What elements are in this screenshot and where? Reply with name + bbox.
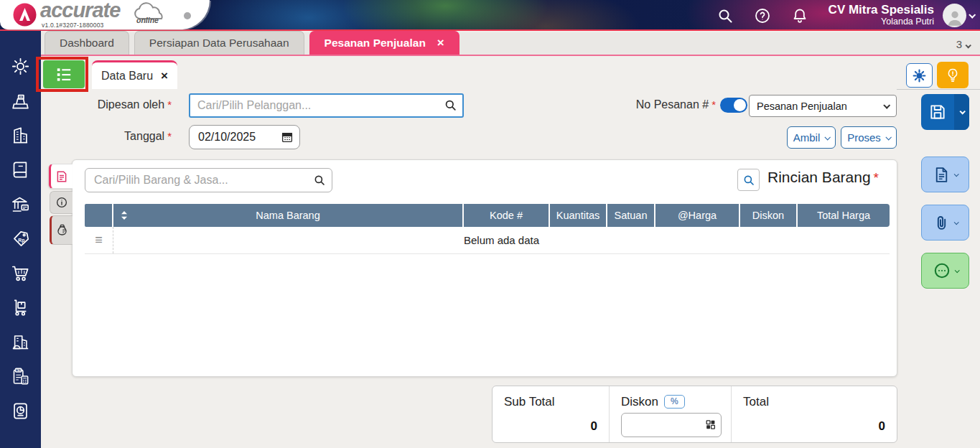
subtotal-label: Sub Total (504, 395, 555, 409)
price-tag-rp-icon[interactable]: Rp (11, 229, 30, 248)
item-search-input[interactable] (85, 168, 332, 192)
col-kuantitas[interactable]: Kuantitas (550, 204, 607, 227)
chevron-down-icon (883, 102, 890, 109)
purchase-cart-icon[interactable] (11, 263, 30, 283)
doc-tab-label: Data Baru (101, 70, 153, 83)
chevron-down-icon (954, 172, 959, 177)
more-actions-button[interactable] (921, 253, 969, 289)
subtotal-section: Sub Total 0 (493, 386, 610, 442)
search-icon[interactable] (444, 98, 457, 112)
diskon-label: Diskon% (621, 395, 685, 409)
save-button[interactable] (921, 94, 954, 130)
tab-counter-dropdown[interactable]: 3 (956, 38, 970, 50)
doc-type-select[interactable]: Pesanan Penjualan (749, 95, 897, 117)
item-advanced-search-button[interactable] (737, 169, 760, 191)
svg-text:TAX: TAX (17, 369, 22, 372)
col-total-harga[interactable]: Total Harga (798, 204, 890, 227)
search-icon[interactable] (717, 7, 734, 24)
close-icon[interactable]: × (437, 36, 444, 50)
save-dropdown[interactable] (954, 94, 969, 130)
left-sidebar: Rp TAX (0, 31, 41, 448)
info-icon (55, 196, 68, 209)
doc-tab-close-icon[interactable]: × (161, 69, 168, 83)
col-kode[interactable]: Kode # (464, 204, 550, 227)
brand-text: accurate (40, 0, 120, 22)
total-label: Total (743, 395, 769, 409)
report-chart-icon[interactable] (11, 401, 30, 421)
tab-pesanan-penjualan[interactable]: Pesanan Penjualan × (309, 31, 459, 55)
company-buildings-icon[interactable] (11, 126, 30, 145)
save-split-button[interactable] (921, 94, 969, 130)
total-value: 0 (879, 419, 885, 434)
user-name: Yolanda Putri (829, 17, 934, 27)
document-area: Data Baru × Dipesan oleh* Ta (41, 56, 980, 448)
proses-dropdown-button[interactable]: Proses (841, 126, 897, 149)
calculator-icon[interactable] (704, 419, 717, 431)
totals-panel: Sub Total 0 Diskon% (492, 386, 897, 443)
money-bag-icon (55, 223, 69, 237)
drag-handle[interactable]: ≡ (85, 227, 113, 253)
tips-lightbulb-button[interactable] (937, 62, 969, 88)
related-documents-button[interactable] (921, 157, 969, 192)
bank-icon[interactable] (11, 195, 30, 214)
tanggal-label: Tanggal* (41, 130, 172, 143)
delivery-trolley-icon[interactable] (11, 298, 30, 317)
vtab-detail-barang[interactable] (49, 164, 73, 189)
chevron-down-icon (954, 220, 959, 225)
decorative-dot (184, 12, 191, 19)
calendar-icon[interactable] (281, 131, 294, 144)
account-info[interactable]: CV Mitra Spesialis Yolanda Putri (829, 4, 934, 27)
vtab-uang-muka[interactable] (50, 215, 73, 245)
ambil-dropdown-button[interactable]: Ambil (787, 126, 836, 149)
row-select-column (85, 204, 113, 227)
main-tabbar: Dashboard Persiapan Data Perusahaan Pesa… (0, 32, 980, 56)
col-nama-barang[interactable]: Nama Barang (113, 204, 464, 227)
doc-tab-data-baru[interactable]: Data Baru × (92, 60, 177, 89)
section-title: Rincian Barang* (767, 169, 879, 186)
diskon-section: Diskon% (610, 386, 732, 442)
version-text: v1.0.1#3207-1880003 (42, 22, 104, 29)
chevron-down-icon (954, 268, 959, 273)
no-pesanan-toggle[interactable] (720, 98, 747, 113)
ledger-book-icon[interactable] (11, 160, 30, 179)
attachments-button[interactable] (921, 205, 969, 241)
avatar[interactable] (943, 4, 966, 27)
dipesan-oleh-label: Dipesan oleh* (41, 98, 172, 111)
document-icon (55, 170, 68, 183)
company-name: CV Mitra Spesialis (829, 4, 934, 17)
chevron-down-icon (959, 108, 965, 114)
settings-gear-icon[interactable] (11, 57, 30, 76)
ellipsis-circle-icon (933, 261, 951, 280)
svg-text:Rp: Rp (18, 238, 24, 243)
save-floppy-icon (928, 103, 947, 121)
chevron-down-icon (885, 134, 891, 140)
divider (897, 89, 980, 90)
percent-badge[interactable]: % (664, 395, 685, 409)
cash-register-icon[interactable] (11, 91, 30, 111)
sort-icon[interactable] (121, 210, 128, 220)
search-icon[interactable] (313, 174, 326, 187)
app-root: accurate online v1.0.1#3207-1880003 (0, 0, 980, 448)
col-satuan[interactable]: Satuan (607, 204, 655, 227)
customer-search-input[interactable] (189, 93, 464, 118)
record-list-menu-button[interactable] (43, 60, 85, 88)
tab-persiapan-data-perusahaan[interactable]: Persiapan Data Perusahaan (134, 31, 304, 55)
form-settings-button[interactable] (906, 63, 933, 88)
help-icon[interactable] (754, 7, 771, 24)
col-diskon[interactable]: Diskon (740, 204, 798, 227)
table-row-empty: ≡ Belum ada data (85, 227, 890, 254)
fixed-asset-icon[interactable] (11, 332, 30, 352)
tax-documents-icon[interactable]: TAX (11, 367, 30, 386)
account-chevron-down-icon[interactable] (969, 11, 976, 19)
paperclip-icon (933, 214, 951, 232)
document-icon (933, 166, 951, 184)
vtab-info[interactable] (50, 191, 73, 214)
bell-icon[interactable] (791, 7, 808, 24)
subtotal-value: 0 (591, 419, 597, 434)
tab-dashboard[interactable]: Dashboard (45, 31, 129, 55)
empty-state-text: Belum ada data (113, 234, 890, 246)
total-section: Total 0 (732, 386, 897, 442)
items-table: Nama Barang Kode # Kuantitas Satuan @Har… (85, 204, 890, 254)
items-table-header: Nama Barang Kode # Kuantitas Satuan @Har… (85, 204, 890, 227)
col-harga[interactable]: @Harga (655, 204, 740, 227)
